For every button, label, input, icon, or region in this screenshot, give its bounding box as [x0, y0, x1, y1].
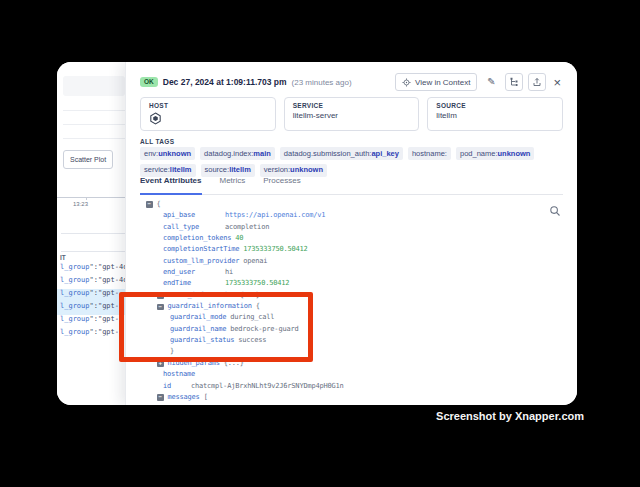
tag-source[interactable]: source:litellm — [201, 164, 255, 177]
json-value: 40 — [235, 233, 243, 244]
json-value: openai — [243, 256, 267, 267]
json-key[interactable]: guardrail_mode — [170, 312, 230, 323]
json-brace: {...} — [236, 290, 260, 301]
detail-tabs: Event AttributesMetricsProcesses — [140, 176, 563, 195]
collapse-icon[interactable]: − — [146, 201, 153, 208]
close-button[interactable]: × — [551, 76, 563, 89]
chart-axis-tick — [86, 197, 87, 200]
summary-card-source: SOURCElitellm — [427, 97, 563, 131]
background-row-key: l_group — [60, 263, 90, 271]
summary-card-service: SERVICElitellm-server — [284, 97, 420, 131]
json-key[interactable]: id — [163, 381, 191, 392]
background-result-row[interactable]: l_group":"gpt-4o — [57, 263, 125, 276]
export-button[interactable] — [528, 73, 546, 91]
json-key[interactable]: messages — [168, 392, 200, 403]
export-icon — [532, 77, 542, 87]
json-row-custom_llm_provider: custom_llm_provideropenai — [140, 256, 563, 267]
tag-version[interactable]: version:unknown — [260, 164, 327, 177]
json-row-endTime: endTime1735333750.50412 — [140, 278, 563, 289]
background-result-row[interactable]: l_group":"gpt- — [57, 289, 125, 302]
all-tags-label: ALL TAGS — [140, 138, 174, 145]
tag-hostname[interactable]: hostname: — [408, 147, 451, 160]
json-value: 1735333750.50412 — [225, 278, 289, 289]
tab-metrics[interactable]: Metrics — [220, 176, 246, 194]
background-table-header: IT — [60, 254, 66, 261]
background-row-key: l_group — [60, 315, 90, 323]
event-attributes-panel: −{api_basehttps://api.openai.com/v1call_… — [140, 199, 563, 405]
json-value: 1735333750.50412 — [243, 244, 307, 255]
event-detail-panel: OK Dec 27, 2024 at 1:09:11.703 pm (23 mi… — [125, 62, 577, 405]
json-row-completionStartTime: completionStartTime1735333750.50412 — [140, 244, 563, 255]
expand-icon[interactable]: + — [157, 360, 164, 367]
json-key[interactable]: end_user — [163, 267, 225, 278]
app-window: Scatter Plot 13:23 IT l_group":"gpt-4ol_… — [57, 62, 577, 405]
json-key[interactable]: hostname — [163, 369, 225, 380]
json-key[interactable]: hidden_params — [168, 358, 220, 369]
json-value: success — [238, 335, 266, 346]
tag-env[interactable]: env:unknown — [140, 147, 195, 160]
background-result-row[interactable]: l_group":"gpt- — [57, 315, 125, 328]
card-label: SOURCE — [436, 102, 554, 109]
json-row-messages: −messages [ — [140, 392, 563, 403]
json-row-guardrail_information: −guardrail_information { — [140, 301, 563, 312]
search-icon[interactable] — [549, 205, 561, 217]
panel-header: OK Dec 27, 2024 at 1:09:11.703 pm (23 mi… — [140, 73, 563, 91]
trace-tree-button[interactable] — [505, 73, 523, 91]
background-result-row[interactable]: l_group":"gpt-4o — [57, 276, 125, 289]
event-time-ago: (23 minutes ago) — [292, 78, 352, 87]
json-key[interactable]: guardrail_information — [168, 301, 252, 312]
trace-tree-icon — [509, 77, 519, 87]
json-value: during_call — [230, 312, 274, 323]
card-label: SERVICE — [293, 102, 411, 109]
json-key[interactable]: call_type — [163, 222, 225, 233]
background-row-key: l_group — [60, 328, 90, 336]
card-value: litellm-server — [293, 111, 411, 120]
json-key[interactable]: completion_tokens — [163, 233, 235, 244]
background-divider — [63, 110, 125, 111]
background-result-row[interactable]: l_group":"gpt- — [57, 328, 125, 341]
crosshair-icon — [402, 78, 411, 87]
edit-button[interactable]: ✎ — [482, 73, 500, 91]
json-row-close: } — [140, 346, 563, 357]
collapse-icon[interactable]: − — [157, 394, 164, 401]
json-key[interactable]: guardrail_status — [170, 335, 238, 346]
expand-icon[interactable]: + — [157, 292, 164, 299]
tab-processes[interactable]: Processes — [263, 176, 300, 194]
background-row-key: l_group — [60, 289, 90, 297]
background-result-row[interactable]: l_group":"gpt- — [57, 302, 125, 315]
json-key[interactable]: custom_llm_provider — [163, 256, 243, 267]
json-value: bedrock-pre-guard — [230, 324, 298, 335]
tag-pod_name[interactable]: pod_name:unknown — [456, 147, 534, 160]
host-hexagon-icon — [149, 111, 267, 129]
header-actions: View in Context ✎ — [395, 73, 563, 91]
json-brace: { — [252, 301, 260, 312]
screenshot-canvas: Scatter Plot 13:23 IT l_group":"gpt-4ol_… — [0, 0, 640, 487]
collapse-icon[interactable]: − — [157, 304, 164, 311]
view-in-context-button[interactable]: View in Context — [395, 73, 477, 91]
chart-x-axis — [57, 197, 125, 198]
json-row-error_information: +error_information {...} — [140, 290, 563, 301]
json-row-root: −{ — [140, 199, 563, 210]
summary-cards: HOSTSERVICElitellm-serverSOURCElitellm — [140, 97, 563, 131]
json-brace: } — [170, 346, 174, 357]
background-skeleton-block — [63, 76, 125, 96]
background-divider — [61, 233, 125, 234]
tag-service[interactable]: service:litellm — [140, 164, 196, 177]
tag-datadog.index[interactable]: datadog.index:main — [200, 147, 275, 160]
json-brace: {...} — [220, 358, 244, 369]
tag-datadog.submission_auth[interactable]: datadog.submission_auth:api_key — [280, 147, 403, 160]
background-row-key: l_group — [60, 276, 90, 284]
scatter-plot-button[interactable]: Scatter Plot — [63, 150, 113, 169]
json-row-api_base: api_basehttps://api.openai.com/v1 — [140, 210, 563, 221]
json-key[interactable]: api_base — [163, 210, 225, 221]
json-key[interactable]: completionStartTime — [163, 244, 243, 255]
json-value: hi — [225, 267, 233, 278]
json-key[interactable]: error_information — [168, 290, 236, 301]
json-key[interactable]: endTime — [163, 278, 225, 289]
card-label: HOST — [149, 102, 267, 109]
tab-event-attributes[interactable]: Event Attributes — [140, 176, 202, 195]
json-value-link[interactable]: https://api.openai.com/v1 — [225, 210, 325, 221]
json-value: acompletion — [225, 222, 269, 233]
json-row-guardrail_mode: guardrail_modeduring_call — [140, 312, 563, 323]
json-key[interactable]: guardrail_name — [170, 324, 230, 335]
